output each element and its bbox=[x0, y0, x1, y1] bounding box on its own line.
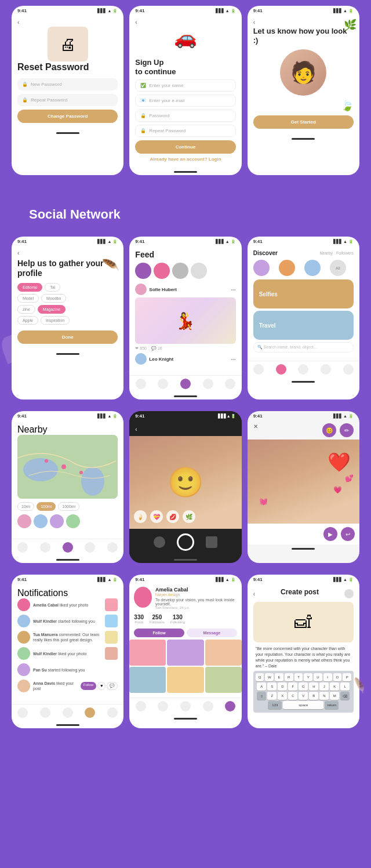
story-avatar-2[interactable] bbox=[154, 263, 170, 279]
pr-nav-menu[interactable] bbox=[136, 701, 146, 711]
profile-thumb-5[interactable] bbox=[167, 667, 203, 693]
back-button[interactable]: ‹ bbox=[17, 19, 118, 26]
nearby-person-1[interactable] bbox=[17, 514, 31, 528]
pr-nav-profile[interactable] bbox=[225, 701, 235, 711]
follow-button[interactable]: Follow bbox=[134, 629, 184, 637]
tab-followers[interactable]: Followers bbox=[336, 251, 354, 255]
post-menu-dots-2[interactable]: ••• bbox=[231, 357, 235, 362]
camera-back[interactable]: ‹ bbox=[135, 426, 137, 433]
nav-bell[interactable] bbox=[203, 379, 213, 389]
disc-nav-home[interactable] bbox=[298, 364, 308, 375]
nb-nav-bell[interactable] bbox=[85, 542, 95, 553]
key-123[interactable]: 123 bbox=[268, 701, 282, 709]
sticker-2[interactable]: 💝 bbox=[150, 510, 163, 523]
key-m[interactable]: M bbox=[330, 692, 339, 700]
key-return[interactable]: return bbox=[325, 701, 339, 709]
nav-search[interactable] bbox=[158, 379, 168, 389]
profile-thumb-6[interactable] bbox=[205, 667, 242, 693]
ar-next-button[interactable]: ▶ bbox=[323, 527, 337, 541]
nt-nav-menu[interactable] bbox=[17, 707, 28, 718]
key-r[interactable]: R bbox=[285, 673, 293, 681]
key-k[interactable]: K bbox=[330, 682, 339, 691]
notif-follow-btn[interactable]: Follow bbox=[81, 682, 96, 690]
range-1000mi[interactable]: 1000mi bbox=[58, 502, 79, 511]
disc-avatar-3[interactable] bbox=[304, 260, 321, 276]
key-j[interactable]: J bbox=[319, 682, 329, 691]
moodbo-tag[interactable]: Moodbo bbox=[41, 294, 66, 303]
story-avatar-1[interactable] bbox=[135, 263, 151, 279]
profile-thumb-3[interactable] bbox=[205, 640, 242, 666]
nav-profile[interactable] bbox=[225, 379, 235, 389]
change-password-button[interactable]: Change Password bbox=[17, 110, 118, 123]
new-password-field[interactable]: 🔒 New Password bbox=[17, 78, 118, 90]
key-space[interactable]: space bbox=[283, 701, 323, 709]
nav-home[interactable] bbox=[180, 379, 191, 389]
continue-button[interactable]: Continue bbox=[135, 140, 235, 154]
camera-switch-icon[interactable] bbox=[154, 536, 165, 548]
create-back-button[interactable]: ‹ bbox=[253, 591, 255, 597]
key-c[interactable]: C bbox=[288, 692, 297, 700]
key-i[interactable]: I bbox=[323, 673, 332, 681]
tai-tag[interactable]: Tai bbox=[45, 283, 60, 292]
profile-thumb-2[interactable] bbox=[167, 640, 203, 666]
zine-tag[interactable]: zine bbox=[17, 305, 35, 314]
email-field[interactable]: 📧 Enter your e-mail bbox=[135, 95, 235, 107]
nb-nav-profile[interactable] bbox=[107, 542, 118, 553]
ar-emoji-btn[interactable]: 😊 bbox=[322, 423, 336, 437]
nt-nav-home[interactable] bbox=[63, 707, 73, 718]
name-field[interactable]: ✅ Enter your name bbox=[135, 79, 235, 92]
ar-share-button[interactable]: ↩ bbox=[341, 527, 355, 541]
ar-edit-btn[interactable]: ✏ bbox=[340, 423, 354, 437]
inspiration-tag[interactable]: Inspiration bbox=[41, 316, 70, 325]
travel-card[interactable]: Travel bbox=[253, 311, 354, 340]
nearby-person-3[interactable] bbox=[50, 514, 64, 528]
disc-avatar-2[interactable] bbox=[279, 260, 295, 276]
get-started-button[interactable]: Get Started bbox=[253, 115, 354, 129]
key-q[interactable]: Q bbox=[256, 673, 264, 681]
message-button[interactable]: Message bbox=[187, 629, 237, 637]
editorial-tag[interactable]: Editorial bbox=[17, 283, 42, 292]
nb-nav-home[interactable] bbox=[63, 542, 73, 553]
look-back-button[interactable]: ‹ bbox=[253, 19, 354, 26]
key-delete[interactable]: ⌫ bbox=[340, 692, 350, 700]
key-shift[interactable]: ⇧ bbox=[257, 692, 266, 700]
nt-nav-profile[interactable] bbox=[107, 707, 118, 718]
nav-menu[interactable] bbox=[136, 379, 146, 389]
search-bar[interactable]: 🔍 Search name, brand, object... bbox=[253, 342, 354, 353]
key-a[interactable]: A bbox=[257, 682, 266, 691]
key-f[interactable]: F bbox=[288, 682, 297, 691]
key-b[interactable]: B bbox=[309, 692, 318, 700]
key-t[interactable]: T bbox=[294, 673, 303, 681]
camera-shutter-button[interactable] bbox=[177, 533, 194, 551]
key-v[interactable]: V bbox=[299, 692, 308, 700]
key-l[interactable]: L bbox=[340, 682, 350, 691]
key-e[interactable]: E bbox=[275, 673, 283, 681]
key-w[interactable]: W bbox=[265, 673, 274, 681]
camera-gallery-icon[interactable] bbox=[206, 536, 217, 548]
selfies-card[interactable]: Selfies bbox=[253, 279, 354, 308]
nt-nav-bell[interactable] bbox=[85, 707, 95, 718]
range-100mi[interactable]: 100mi bbox=[37, 502, 56, 511]
key-p[interactable]: P bbox=[343, 673, 351, 681]
model-tag[interactable]: Model bbox=[17, 294, 39, 303]
repeat-password-signup-field[interactable]: 🔒 Repeat Password bbox=[135, 125, 235, 137]
ar-close-button[interactable]: ✕ bbox=[253, 423, 258, 437]
disc-nav-bell[interactable] bbox=[321, 364, 331, 375]
profile-thumb-4[interactable] bbox=[129, 667, 166, 693]
profile-thumb-1[interactable] bbox=[129, 640, 166, 666]
key-s[interactable]: S bbox=[267, 682, 277, 691]
disc-avatar-1[interactable] bbox=[253, 260, 270, 276]
login-text[interactable]: Login bbox=[209, 157, 221, 162]
key-n[interactable]: N bbox=[319, 692, 329, 700]
disc-nav-profile[interactable] bbox=[343, 364, 354, 375]
pr-nav-home[interactable] bbox=[180, 701, 191, 711]
done-button[interactable]: Done bbox=[17, 331, 118, 344]
key-g[interactable]: G bbox=[299, 682, 308, 691]
disc-nav-search[interactable] bbox=[276, 364, 286, 375]
nearby-person-2[interactable] bbox=[34, 514, 48, 528]
story-avatar-4[interactable] bbox=[191, 263, 207, 279]
apple-tag[interactable]: Apple bbox=[17, 316, 38, 325]
key-o[interactable]: O bbox=[333, 673, 342, 681]
story-avatar-3[interactable] bbox=[172, 263, 188, 279]
profile-url[interactable]: harper.design bbox=[155, 593, 237, 597]
